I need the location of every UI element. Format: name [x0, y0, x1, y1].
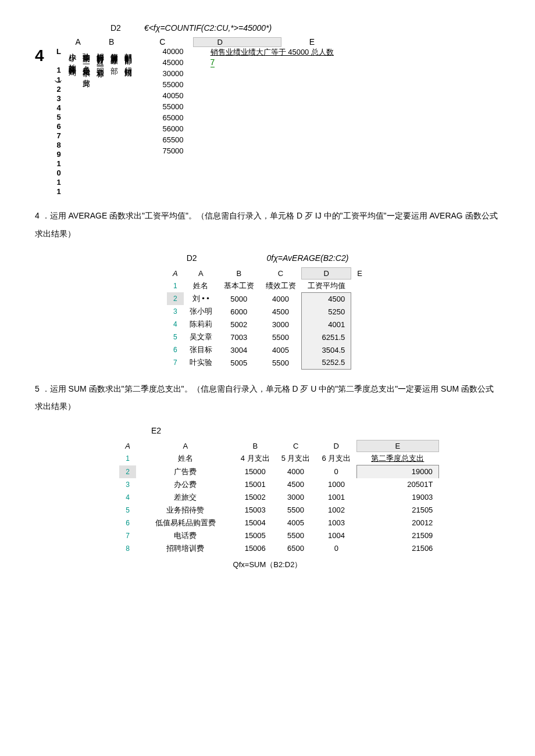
cell-value: 叶实验	[184, 356, 218, 369]
cell-value: 5500	[260, 331, 302, 343]
col-letter: A	[184, 267, 218, 279]
col-letter: D	[302, 267, 351, 279]
vertical-rownums: L 1）1234567891011	[54, 47, 64, 196]
table-1: 4 A B C D E L 1）1234567891011 少梓小 姓刘张陈吴张…	[35, 37, 500, 196]
table-row: 1 姓名 4 月支出 5 月支出 6 月支出 第二季度总支出	[119, 452, 438, 465]
cell-value: 低值易耗品购置费	[136, 517, 235, 529]
table-row: 2 刘 • • 5000 4000 4500	[167, 292, 368, 305]
cell-ref-2: D2	[187, 253, 197, 263]
cell-value: 15000	[235, 465, 276, 478]
col-letter: C	[260, 267, 302, 279]
avg-result: 5250	[302, 305, 351, 318]
avg-result: 5252.5	[302, 356, 351, 369]
table-row: 2 广告费 15000 4000 0 19000	[119, 465, 438, 478]
cell-value: 15001	[235, 478, 276, 491]
header-cell: 姓名	[184, 279, 218, 292]
table-row: 4 差旅交 15002 3000 1001 19003	[119, 491, 438, 504]
cell-value: 4500	[276, 478, 316, 491]
cell-value: 3000	[260, 318, 302, 331]
sum-result: 21505	[356, 504, 438, 517]
table-2: A A B C D E 1 姓名 基本工资 绩效工资 工资平均值 2 刘 • •…	[167, 267, 368, 370]
sum-result: 21509	[356, 529, 438, 542]
row-number: 4	[119, 491, 136, 504]
cell-value: 0	[316, 542, 357, 555]
cell-value: 40000	[155, 47, 184, 56]
row-number: 7	[167, 356, 184, 369]
cell-value: 15003	[235, 504, 276, 517]
cell-value: 6000	[218, 305, 260, 318]
cell-value: 广告费	[136, 465, 235, 478]
row-number: 4	[167, 318, 184, 331]
col-letter: A	[76, 37, 81, 47]
col-letter: E	[309, 37, 315, 47]
header-cell: 第二季度总支出	[356, 452, 438, 465]
cell-value: 电话费	[136, 529, 235, 542]
cell-value: 3000	[276, 491, 316, 504]
col-letter: E	[356, 440, 438, 452]
table-1-col-c: 40000 45000 30000 55000 40050 55000 6500…	[155, 47, 184, 155]
col-letter: E	[351, 267, 368, 279]
avg-result: 4001	[302, 318, 351, 331]
table-row: 5 业务招待赞 15003 5500 1002 21505	[119, 504, 438, 517]
row-number: 6	[119, 517, 136, 529]
table-row: 8 招聘培训费 15006 6500 0 21506	[119, 542, 438, 555]
table-row: 4 陈莉莉 5002 3000 4001	[167, 318, 368, 331]
cell-value: 招聘培训费	[136, 542, 235, 555]
cell-value: 30000	[155, 69, 184, 78]
row-number: 6	[167, 343, 184, 356]
cell-value: 吴文章	[184, 331, 218, 343]
cell-value: 7003	[218, 331, 260, 343]
cell-value: 15005	[235, 529, 276, 542]
corner-cell: A	[167, 267, 184, 279]
cell-value: 0	[316, 465, 357, 478]
cell-value: 55000	[155, 80, 184, 89]
cell-value: 65500	[155, 135, 184, 144]
cell-value: 56000	[155, 124, 184, 133]
cell-value: 张目标	[184, 343, 218, 356]
cell-value: 40050	[155, 91, 184, 100]
corner-cell: A	[119, 440, 136, 452]
cell-value: 4005	[276, 517, 316, 529]
row-number: 3	[167, 305, 184, 318]
cell-value: 陈莉莉	[184, 318, 218, 331]
left-big-number: 4	[35, 46, 44, 65]
header-cell: 工资平均值	[302, 279, 351, 292]
cell-value: 差旅交	[136, 491, 235, 504]
cell-value: 张小明	[184, 305, 218, 318]
cell-value: 4005	[260, 343, 302, 356]
sum-result: 19003	[356, 491, 438, 504]
cell-value: 1002	[316, 504, 357, 517]
table-row: 3 办公费 15001 4500 1000 20501T	[119, 478, 438, 491]
cell-value: 办公费	[136, 478, 235, 491]
cell-value: 业务招待赞	[136, 504, 235, 517]
header-cell: 5 月支出	[276, 452, 316, 465]
cell-value: 1004	[316, 529, 357, 542]
table-row: 1 姓名 基本工资 绩效工资 工资平均值	[167, 279, 368, 292]
row-number: 1	[119, 452, 136, 465]
row-number: 7	[119, 529, 136, 542]
countif-result: 7	[211, 58, 215, 67]
cell-value: 15006	[235, 542, 276, 555]
header-cell: 绩效工资	[260, 279, 302, 292]
table-row: 7 电话费 15005 5500 1004 21509	[119, 529, 438, 542]
sum-result: 20012	[356, 517, 438, 529]
question-4-text: 4 ．运用 AVERAGE 函数求出"工资平均值"。（信息需自行录入，单元格 D…	[35, 207, 500, 243]
cell-value: 刘 • •	[184, 292, 218, 305]
header-cell: 4 月支出	[235, 452, 276, 465]
cell-value: 75000	[155, 146, 184, 155]
row-number: 2	[119, 465, 136, 478]
sum-result: 21506	[356, 542, 438, 555]
col-letter: C	[276, 440, 316, 452]
table-row: A A B C D E	[119, 440, 438, 452]
cell-value: 6500	[276, 542, 316, 555]
vertical-dept-3: 部部部部部部部部 行销门销政	[123, 47, 134, 64]
cell-ref-1: D2	[110, 23, 121, 33]
table-row: 6 张目标 3004 4005 3504.5	[167, 343, 368, 356]
cell-value: 5000	[218, 292, 260, 305]
vertical-dept-1: 销售行财行务行财 一明一莉章标	[95, 47, 106, 65]
vertical-dept-2: 售销财政务政务政 部	[109, 47, 120, 62]
cell-value: 5500	[276, 529, 316, 542]
avg-result: 3504.5	[302, 343, 351, 356]
formula-text-1: €<fχ=COUNTIF(C2:CU,*>=45000*)	[144, 23, 272, 33]
question-5-text: 5 ．运用 SUM 函数求出"第二季度总支出"。（信息需自行录入，单元格 D 歹…	[35, 380, 500, 416]
